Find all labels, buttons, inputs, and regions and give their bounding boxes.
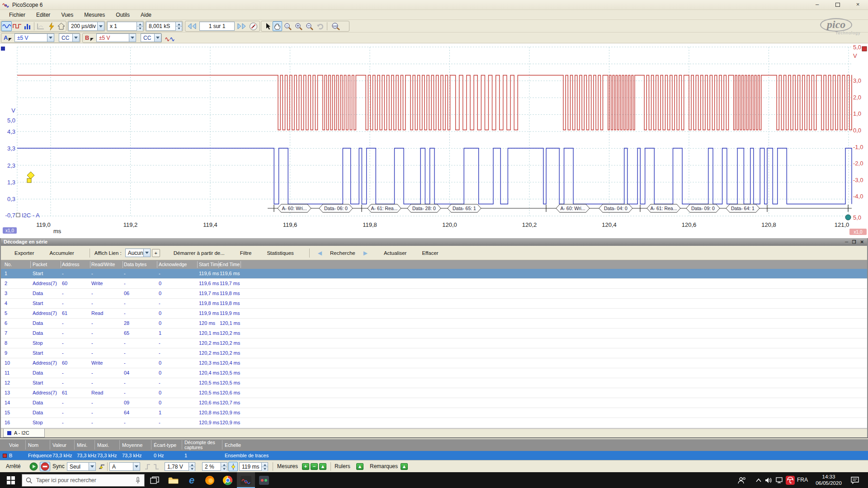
- language-indicator[interactable]: FRA: [797, 472, 808, 488]
- measure-column-header[interactable]: Valeur: [52, 442, 66, 448]
- decode-column-header[interactable]: Packet: [33, 262, 47, 267]
- search-previous-icon[interactable]: ◀: [318, 250, 322, 256]
- decode-panel-window-buttons[interactable]: ─ ❒ ✕: [845, 239, 865, 246]
- decode-column-header[interactable]: No.: [5, 262, 12, 267]
- trigger-marker-toggle[interactable]: [228, 462, 238, 471]
- zoom-context-tool-button[interactable]: i: [283, 21, 293, 31]
- packet-row-3[interactable]: 3Data--060119,7 ms119,8 ms: [1, 289, 867, 299]
- channel-a-arrow-icon[interactable]: [9, 38, 12, 41]
- zoom-out-tool-button[interactable]: [305, 21, 315, 31]
- measure-column-header[interactable]: Echelle: [225, 442, 241, 448]
- next-buffer-button[interactable]: [236, 21, 247, 31]
- scope-view[interactable]: V5,04,33,32,31,30,3-0,75,0V3,02,01,00,0-…: [0, 43, 868, 238]
- taskbar-clock[interactable]: 14:3306/05/2020: [811, 474, 846, 486]
- packet-row-6[interactable]: 6Data--280120 ms120,1 ms: [1, 319, 867, 328]
- spin-up-icon[interactable]: [189, 463, 195, 467]
- chevron-down-icon[interactable]: [143, 249, 150, 257]
- chevron-down-icon[interactable]: [154, 34, 161, 42]
- people-icon[interactable]: [736, 472, 748, 488]
- select-tool-button[interactable]: [264, 21, 272, 31]
- minimize-button[interactable]: –: [807, 0, 827, 9]
- scope-view-button[interactable]: [1, 21, 12, 31]
- packet-row-14[interactable]: 14Data--090120,6 ms120,7 ms: [1, 398, 867, 408]
- picoscope-taskbar-icon[interactable]: [240, 474, 252, 487]
- notes-button[interactable]: ▲: [401, 463, 408, 470]
- tray-chevron-up-icon[interactable]: [754, 472, 763, 488]
- packet-row-16[interactable]: 16Stop----120,9 ms120,9 ms: [1, 418, 867, 428]
- spin-up-icon[interactable]: [221, 463, 227, 467]
- search-next-icon[interactable]: ▶: [363, 250, 368, 256]
- measure-column-header[interactable]: Mini.: [77, 442, 87, 448]
- packet-row-11[interactable]: 11Data--040120,4 ms120,5 ms: [1, 368, 867, 378]
- packet-row-7[interactable]: 7Data--651120,1 ms120,2 ms: [1, 328, 867, 338]
- measurement-row[interactable]: BFréquence73,3 kHz73,3 kHz73,3 kHz73,3 k…: [0, 451, 868, 460]
- channel-a-axis-handle[interactable]: [862, 47, 867, 51]
- menu-fichier[interactable]: Fichier: [4, 10, 31, 19]
- spin-down-icon[interactable]: [189, 467, 195, 471]
- edit-measure-button[interactable]: ▲: [319, 463, 326, 470]
- channel-b-arrow-icon[interactable]: [90, 38, 94, 41]
- microphone-icon[interactable]: [135, 477, 141, 484]
- spin-down-icon[interactable]: [176, 27, 182, 31]
- channel-a-range-select[interactable]: ±5 V: [14, 33, 54, 42]
- undo-zoom-button[interactable]: [316, 21, 326, 31]
- sample-count-stepper[interactable]: 8,001 kS: [146, 22, 182, 31]
- menu-aide[interactable]: Aide: [135, 10, 157, 19]
- packet-row-5[interactable]: 5Address(7)61Read-0119,9 ms119,9 ms: [1, 309, 867, 319]
- spin-up-icon[interactable]: [176, 22, 182, 27]
- refresh-button[interactable]: Actualiser: [379, 249, 411, 258]
- measure-column-header[interactable]: Écart-type: [154, 442, 176, 448]
- axis-scale-handle-icon[interactable]: [845, 215, 851, 220]
- packet-row-4[interactable]: 4Start----119,8 ms119,8 ms: [1, 299, 867, 309]
- packet-row-10[interactable]: 10Address(7)60Write-0120,3 ms120,4 ms: [1, 358, 867, 368]
- chrome-icon[interactable]: [222, 474, 234, 487]
- chevron-down-icon[interactable]: [47, 34, 54, 42]
- zoom-100-button[interactable]: 100: [330, 21, 342, 31]
- decode-column-header[interactable]: Start Time: [199, 262, 221, 267]
- packet-row-12[interactable]: 12Start----120,5 ms120,5 ms: [1, 378, 867, 388]
- menu-vues[interactable]: Vues: [56, 10, 79, 19]
- packet-row-2[interactable]: 2Address(7)60Write-0119,6 ms119,7 ms: [1, 279, 867, 289]
- trigger-mode-select[interactable]: Seul: [67, 462, 96, 471]
- remove-measure-button[interactable]: −: [311, 463, 318, 470]
- menu-editer[interactable]: Editer: [31, 10, 56, 19]
- spin-down-icon[interactable]: [137, 27, 143, 31]
- pre-trigger-stepper[interactable]: 2 %: [202, 462, 227, 471]
- zoom-in-tool-button[interactable]: [294, 21, 304, 31]
- packet-row-1[interactable]: 1Start----119,6 ms119,6 ms: [1, 269, 867, 279]
- channel-b-coupling-select[interactable]: CC: [141, 33, 161, 42]
- pan-tool-button[interactable]: [273, 21, 282, 31]
- packet-row-15[interactable]: 15Data--641120,8 ms120,9 ms: [1, 408, 867, 418]
- spin-up-icon[interactable]: [262, 463, 268, 467]
- link-select[interactable]: Aucun: [125, 249, 151, 257]
- measure-column-header[interactable]: Maxi.: [97, 442, 109, 448]
- decode-column-header[interactable]: Data bytes: [124, 262, 146, 267]
- previous-buffer-button[interactable]: [186, 21, 198, 31]
- start-button[interactable]: [0, 472, 22, 488]
- edge-browser-icon[interactable]: e: [185, 474, 198, 487]
- spin-up-icon[interactable]: [137, 22, 143, 27]
- trigger-marker-icon[interactable]: [27, 172, 34, 179]
- menu-mesures[interactable]: Mesures: [79, 10, 110, 19]
- menu-outils[interactable]: Outils: [110, 10, 135, 19]
- advanced-trigger-icon[interactable]: [98, 463, 106, 470]
- app-icon-generic[interactable]: [258, 474, 270, 487]
- channel-b-range-select[interactable]: ±5 V: [96, 33, 136, 42]
- start-capture-button[interactable]: [29, 462, 38, 471]
- chevron-down-icon[interactable]: [72, 34, 79, 42]
- task-view-button[interactable]: [148, 474, 161, 487]
- measure-column-header[interactable]: Moyenne: [122, 442, 142, 448]
- decode-column-header[interactable]: Address: [62, 262, 80, 267]
- decoder-row-handle[interactable]: [16, 213, 20, 217]
- packet-row-13[interactable]: 13Address(7)61Read-0120,5 ms120,6 ms: [1, 388, 867, 398]
- scope-plot[interactable]: V5,04,33,32,31,30,3-0,75,0V3,02,01,00,0-…: [0, 43, 868, 238]
- network-icon[interactable]: [775, 472, 785, 488]
- spin-down-icon[interactable]: [221, 467, 227, 471]
- trigger-channel-select[interactable]: A: [109, 462, 140, 471]
- spin-down-icon[interactable]: [262, 467, 268, 471]
- action-center-icon[interactable]: [849, 472, 861, 488]
- packet-row-9[interactable]: 9Start----120,2 ms120,2 ms: [1, 348, 867, 358]
- buffer-navigator-button[interactable]: [248, 21, 258, 31]
- file-explorer-icon[interactable]: [167, 474, 180, 487]
- trigger-marker-handle[interactable]: [27, 178, 31, 183]
